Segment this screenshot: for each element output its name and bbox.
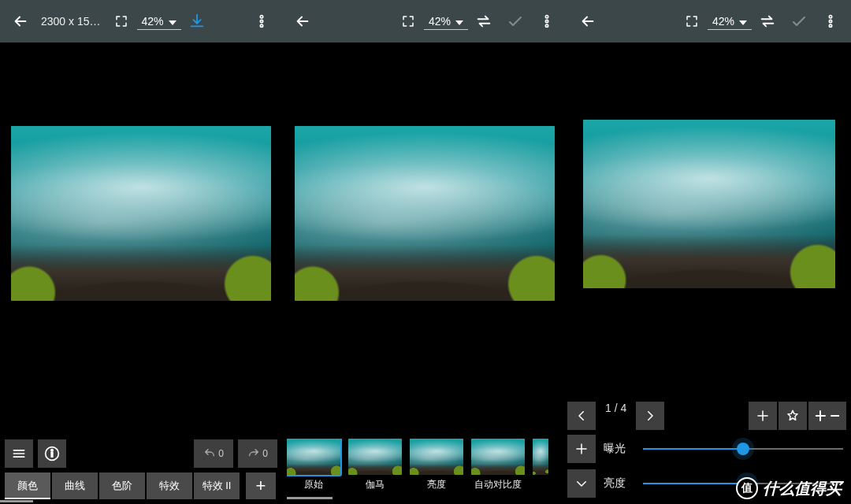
apply-icon[interactable]: [783, 6, 815, 37]
svg-point-6: [545, 16, 548, 18]
plus-minus-button[interactable]: [808, 402, 846, 430]
fullscreen-icon[interactable]: [106, 6, 137, 37]
toolbar-panel-1: 42%: [282, 0, 567, 43]
tab-effects2[interactable]: 特效 II: [194, 472, 240, 499]
swap-icon[interactable]: [752, 6, 783, 37]
tab-color[interactable]: 颜色: [5, 472, 50, 499]
svg-point-8: [545, 24, 548, 27]
tool-tabs: 颜色 曲线 色阶 特效 特效 II +: [5, 472, 276, 499]
tab-effects[interactable]: 特效: [147, 472, 192, 499]
add-tab-button[interactable]: +: [246, 472, 276, 499]
preset-autocontrast[interactable]: 自动对比度: [471, 439, 525, 491]
image-canvas[interactable]: [0, 43, 282, 384]
swap-icon[interactable]: [468, 6, 500, 37]
fullscreen-icon[interactable]: [676, 6, 708, 37]
download-icon[interactable]: [181, 6, 213, 37]
toolbar-panel-0: 2300 x 15… 42%: [0, 0, 282, 43]
main-image: [583, 120, 835, 288]
tab-curves[interactable]: 曲线: [52, 472, 98, 499]
add-button[interactable]: [749, 402, 777, 430]
slider-label-exposure: 曝光: [604, 442, 635, 456]
preset-original[interactable]: 原始: [287, 439, 340, 491]
preset-gamma[interactable]: 伽马: [348, 439, 402, 491]
image-canvas[interactable]: [567, 43, 851, 365]
zoom-dropdown[interactable]: 42%: [424, 13, 468, 30]
back-button[interactable]: [5, 6, 36, 37]
prev-button[interactable]: [567, 402, 596, 430]
back-button[interactable]: [287, 6, 318, 37]
svg-point-0: [260, 16, 262, 18]
svg-point-11: [829, 24, 831, 27]
svg-rect-4: [51, 452, 53, 457]
collapse-button[interactable]: [567, 469, 596, 498]
tab-levels[interactable]: 色阶: [99, 472, 145, 499]
info-button[interactable]: [38, 439, 66, 468]
next-button[interactable]: [636, 402, 664, 430]
apply-icon[interactable]: [500, 6, 531, 37]
redo-button[interactable]: 0: [238, 439, 277, 468]
main-image: [11, 126, 271, 301]
preset-brightness[interactable]: 亮度: [410, 439, 463, 491]
svg-point-5: [51, 450, 54, 452]
image-canvas[interactable]: [282, 43, 567, 384]
preset-more[interactable]: [533, 439, 548, 491]
svg-point-1: [260, 20, 262, 22]
add-adjustment-button[interactable]: [567, 435, 596, 463]
zoom-dropdown[interactable]: 42%: [708, 13, 752, 30]
svg-point-7: [545, 20, 548, 22]
preset-strip[interactable]: 原始 伽马 亮度 自动对比度: [287, 439, 563, 491]
more-icon[interactable]: [246, 6, 277, 37]
fullscreen-icon[interactable]: [392, 6, 424, 37]
main-image: [295, 126, 555, 301]
more-icon[interactable]: [815, 6, 846, 37]
svg-point-9: [829, 16, 831, 18]
menu-button[interactable]: [5, 439, 33, 468]
slider-label-brightness: 亮度: [604, 476, 635, 491]
page-counter: 1 / 4: [597, 402, 634, 430]
image-dimensions: 2300 x 15…: [36, 15, 106, 28]
watermark: 值 什么值得买: [736, 477, 842, 499]
svg-point-2: [260, 24, 262, 27]
star-button[interactable]: [779, 402, 807, 430]
zoom-dropdown[interactable]: 42%: [137, 13, 181, 30]
toolbar-panel-2: 42%: [567, 0, 851, 43]
undo-button[interactable]: 0: [194, 439, 233, 468]
more-icon[interactable]: [531, 6, 563, 37]
svg-point-10: [829, 20, 831, 22]
exposure-slider[interactable]: [643, 441, 843, 457]
back-button[interactable]: [572, 6, 604, 37]
